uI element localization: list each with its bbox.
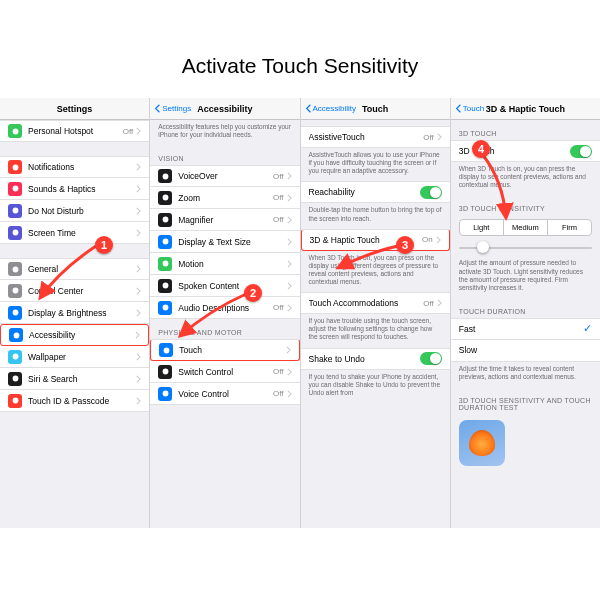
toggle-switch[interactable] — [570, 145, 592, 158]
cell-display-text-size[interactable]: Display & Text Size — [150, 231, 299, 253]
panel-accessibility: Settings Accessibility Accessibility fea… — [150, 98, 300, 528]
cell-accessibility[interactable]: Accessibility — [0, 324, 149, 346]
cell-label: Audio Descriptions — [178, 303, 273, 313]
svg-point-20 — [162, 369, 168, 375]
footer-text: AssistiveTouch allows you to use your iP… — [301, 148, 450, 181]
cell-audio-descriptions[interactable]: Audio DescriptionsOff — [150, 297, 299, 319]
cell-personal-hotspot[interactable]: Personal HotspotOff — [0, 120, 149, 142]
svg-point-21 — [162, 391, 168, 397]
cell-value: Off — [423, 299, 434, 308]
sensitivity-segmented[interactable]: Light Medium Firm — [459, 219, 592, 236]
back-label: Settings — [162, 104, 191, 113]
footer-text: Adjust the time it takes to reveal conte… — [451, 362, 600, 387]
back-button[interactable]: Touch — [455, 104, 484, 113]
cell-spoken-content[interactable]: Spoken Content — [150, 275, 299, 297]
cell-touch[interactable]: Touch — [150, 339, 299, 361]
chevron-right-icon — [136, 229, 141, 237]
text-icon — [8, 306, 22, 320]
cell-sounds-haptics[interactable]: Sounds & Haptics — [0, 178, 149, 200]
cell-label: Do Not Disturb — [28, 206, 136, 216]
switch-icon — [158, 365, 172, 379]
audio-icon — [158, 301, 172, 315]
cell-value: Off — [273, 172, 284, 181]
chevron-right-icon — [287, 390, 292, 398]
cell-motion[interactable]: Motion — [150, 253, 299, 275]
svg-point-10 — [12, 376, 18, 382]
cell-label: Reachability — [309, 187, 420, 197]
back-button[interactable]: Accessibility — [305, 104, 357, 113]
finger-icon — [8, 394, 22, 408]
section-header: TOUCH DURATION — [451, 298, 600, 318]
siri-icon — [8, 372, 22, 386]
step-badge-2: 2 — [244, 284, 262, 302]
svg-point-14 — [162, 217, 168, 223]
cell-label: Motion — [178, 259, 286, 269]
panel-3d-touch: Touch 3D & Haptic Touch 3D TOUCH 3D Touc… — [451, 98, 600, 528]
cell-touch-id-passcode[interactable]: Touch ID & Passcode — [0, 390, 149, 412]
cell-label: Wallpaper — [28, 352, 136, 362]
cell-zoom[interactable]: ZoomOff — [150, 187, 299, 209]
svg-point-5 — [12, 266, 18, 272]
cell-label: Display & Brightness — [28, 308, 136, 318]
cell-do-not-disturb[interactable]: Do Not Disturb — [0, 200, 149, 222]
mag-icon — [158, 213, 172, 227]
back-button[interactable]: Settings — [154, 104, 191, 113]
gear-icon — [8, 262, 22, 276]
cell-switch-control[interactable]: Switch ControlOff — [150, 361, 299, 383]
svg-point-2 — [12, 186, 18, 192]
chevron-right-icon — [136, 397, 141, 405]
footer-text: If you tend to shake your iPhone by acci… — [301, 370, 450, 403]
cell-screen-time[interactable]: Screen Time — [0, 222, 149, 244]
cell-display-brightness[interactable]: Display & Brightness — [0, 302, 149, 324]
cell-touch-accommodations[interactable]: Touch Accommodations Off — [301, 292, 450, 314]
footer-text: When 3D Touch is on, you can press on th… — [301, 251, 450, 293]
cell-value: Off — [423, 133, 434, 142]
cell-siri-search[interactable]: Siri & Search — [0, 368, 149, 390]
seg-light[interactable]: Light — [460, 220, 504, 235]
step-badge-4: 4 — [472, 140, 490, 158]
cell-label: Spoken Content — [178, 281, 286, 291]
toggle-switch[interactable] — [420, 186, 442, 199]
cell-voice-control[interactable]: Voice ControlOff — [150, 383, 299, 405]
cell-general[interactable]: General — [0, 258, 149, 280]
chevron-right-icon — [436, 236, 441, 244]
footer-text: Double-tap the home button to bring the … — [301, 203, 450, 228]
chevron-right-icon — [287, 238, 292, 246]
svg-point-1 — [12, 164, 18, 170]
svg-point-9 — [12, 354, 18, 360]
cell-reachability[interactable]: Reachability — [301, 181, 450, 203]
cell-3d-haptic-touch[interactable]: 3D & Haptic Touch On — [301, 229, 450, 251]
svg-point-13 — [162, 195, 168, 201]
speak-icon — [158, 279, 172, 293]
cell-notifications[interactable]: Notifications — [0, 156, 149, 178]
seg-firm[interactable]: Firm — [548, 220, 591, 235]
cell-label: Touch Accommodations — [309, 298, 424, 308]
cell-voiceover[interactable]: VoiceOverOff — [150, 165, 299, 187]
cell-fast[interactable]: Fast ✓ — [451, 318, 600, 340]
test-image[interactable] — [459, 420, 505, 466]
moon-icon — [8, 204, 22, 218]
cell-label: Touch ID & Passcode — [28, 396, 136, 406]
svg-point-12 — [162, 173, 168, 179]
svg-point-15 — [162, 239, 168, 245]
section-header: VISION — [150, 145, 299, 165]
toggle-switch[interactable] — [420, 352, 442, 365]
cell-label: Shake to Undo — [309, 354, 420, 364]
section-header: 3D TOUCH SENSITIVITY AND TOUCH DURATION … — [451, 387, 600, 414]
cell-value: Off — [123, 127, 134, 136]
cell-wallpaper[interactable]: Wallpaper — [0, 346, 149, 368]
section-header: PHYSICAL AND MOTOR — [150, 319, 299, 339]
cell-label: Zoom — [178, 193, 273, 203]
seg-medium[interactable]: Medium — [504, 220, 548, 235]
cell-label: General — [28, 264, 136, 274]
cell-slow[interactable]: Slow — [451, 340, 600, 362]
sensitivity-slider[interactable] — [459, 240, 592, 254]
cell-control-center[interactable]: Control Center — [0, 280, 149, 302]
chevron-right-icon — [437, 133, 442, 141]
cell-shake-to-undo[interactable]: Shake to Undo — [301, 348, 450, 370]
svg-point-18 — [162, 305, 168, 311]
cell-assistivetouch[interactable]: AssistiveTouch Off — [301, 126, 450, 148]
link-icon — [8, 124, 22, 138]
cell-magnifier[interactable]: MagnifierOff — [150, 209, 299, 231]
chevron-left-icon — [154, 104, 161, 113]
